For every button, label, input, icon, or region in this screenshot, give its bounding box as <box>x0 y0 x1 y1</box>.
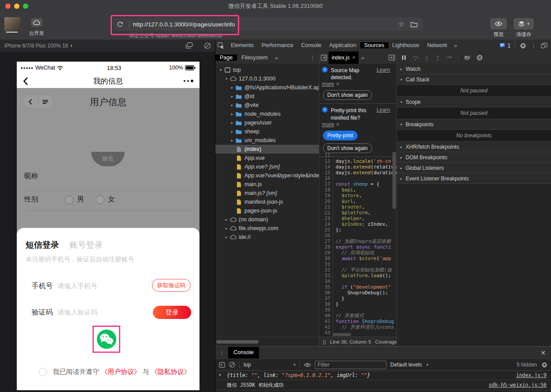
maximize-window-button[interactable] <box>23 4 28 9</box>
close-tab-icon[interactable]: × <box>352 51 355 64</box>
tree-item[interactable]: App.vue? [sm] <box>215 162 319 171</box>
console-row[interactable]: ▶{title: "", link: "?spm=0.1.0.2.1", img… <box>215 370 551 380</box>
code-line[interactable]: 19 $store, <box>319 193 396 198</box>
tree-item[interactable]: ▸node_modules <box>215 110 319 118</box>
code-line[interactable]: 43 <box>319 330 396 336</box>
tree-horizontal-scrollbar[interactable] <box>215 337 319 347</box>
refresh-icon[interactable] <box>117 21 123 28</box>
tree-item[interactable]: App.vue <box>215 154 319 162</box>
hide-navigator-icon[interactable] <box>321 55 327 61</box>
line-number[interactable]: 37 <box>319 296 333 301</box>
tree-chevron-icon[interactable]: ▸ <box>224 217 229 222</box>
editor-vertical-scrollbar[interactable] <box>392 152 396 209</box>
line-number[interactable]: 26 <box>319 233 333 238</box>
sidebar-section-watch[interactable]: ▸Watch <box>397 64 551 74</box>
cloud-dev-button[interactable] <box>31 18 42 27</box>
log-levels-dropdown[interactable]: Default levels▾ <box>390 362 429 368</box>
clear-console-icon[interactable] <box>229 362 235 368</box>
line-number[interactable]: 24 <box>319 221 333 227</box>
code-line[interactable]: 35 if ("development" <box>319 284 396 290</box>
line-number[interactable]: 20 <box>319 198 333 204</box>
phone-input[interactable]: 请输入手机号 <box>58 282 97 290</box>
line-number[interactable]: 17 <box>319 181 333 187</box>
tree-item[interactable]: main.js? [sm] <box>215 189 319 198</box>
devtools-menu-icon[interactable]: ⋮ <box>531 42 536 49</box>
code-line[interactable]: 22 $platform, <box>319 210 396 216</box>
tab-sms-login[interactable]: 短信登录 <box>26 240 59 249</box>
pretty-print-button[interactable]: Pretty-print <box>323 131 358 140</box>
tree-item[interactable]: ▾top <box>215 66 319 74</box>
agreement-checkbox[interactable] <box>39 368 47 376</box>
editor-horizontal-scrollbar[interactable] <box>333 333 351 336</box>
minimize-window-button[interactable] <box>14 4 19 9</box>
address-bar[interactable]: http://127.0.0.1:3000/#/pages/user/info … <box>114 18 423 31</box>
code-line[interactable]: 36 ShoproDebug(); <box>319 290 396 296</box>
console-sidebar-icon[interactable] <box>219 362 225 368</box>
tree-item[interactable]: (index) <box>215 145 319 154</box>
tree-item[interactable]: ▸file.sheepjs.com <box>215 224 319 233</box>
code-line[interactable]: 32 // 平台初始化加载(自 <box>319 267 396 273</box>
code-line[interactable]: 26 <box>319 233 396 238</box>
settings-gear-icon[interactable] <box>520 42 526 49</box>
tree-item[interactable]: ▸(no domain) <box>215 215 319 224</box>
code-line[interactable]: 21 $router, <box>319 204 396 210</box>
tab-account-login[interactable]: 账号登录 <box>69 240 103 249</box>
pane-tab-filesystem[interactable]: Filesystem <box>237 55 272 61</box>
pane-tab-page[interactable]: Page <box>215 55 237 61</box>
code-line[interactable]: 18 $api, <box>319 187 396 193</box>
sidebar-section-xhr-fetch-breakpoints[interactable]: ▸XHR/fetch Breakpoints <box>397 142 551 152</box>
tree-item[interactable]: App.vue?vue&type=style&inde <box>215 171 319 180</box>
devtools-tab-performance[interactable]: Performance <box>258 42 297 48</box>
tree-item[interactable]: ▸sheep <box>215 127 319 136</box>
code-listing[interactable]: 1213dayjs.locale('zh-cn')14dayjs.extend(… <box>319 153 396 341</box>
code-line[interactable]: 29 // 应用初始化 <box>319 250 396 256</box>
code-line[interactable]: 33 $platform.load(); <box>319 273 396 278</box>
code-line[interactable]: 31 <box>319 261 396 267</box>
tree-item[interactable]: ▸ide:// <box>215 233 319 242</box>
line-number[interactable]: 21 <box>319 204 333 210</box>
close-window-button[interactable] <box>5 4 11 9</box>
console-drawer-tab[interactable]: Console <box>228 347 259 359</box>
devtools-tab-sources[interactable]: Sources <box>360 42 388 48</box>
more-editor-tabs-icon[interactable]: » <box>359 55 367 61</box>
section-chevron-icon[interactable]: ▾ <box>397 122 406 127</box>
console-settings-icon[interactable] <box>541 362 547 368</box>
section-chevron-icon[interactable]: ▸ <box>397 176 406 181</box>
editor-tab-indexjs[interactable]: index.js × <box>329 51 359 64</box>
sidebar-section-global-listeners[interactable]: ▸Global Listeners <box>397 163 551 173</box>
code-line[interactable]: 37 } <box>319 296 396 301</box>
section-chevron-icon[interactable]: ▾ <box>397 100 406 104</box>
pause-script-icon[interactable] <box>401 55 407 60</box>
step-over-icon[interactable] <box>412 55 418 61</box>
tree-chevron-icon[interactable]: ▸ <box>229 94 235 99</box>
tree-chevron-icon[interactable]: ▸ <box>229 112 235 116</box>
tree-item[interactable]: ▸@fs/Applications/HBuilderX.ap <box>215 83 319 92</box>
code-input[interactable]: 请输入验证码 <box>58 308 97 317</box>
more-menu-icon[interactable] <box>184 80 193 82</box>
line-number[interactable]: 33 <box>319 273 333 278</box>
close-icon[interactable]: × <box>336 121 339 128</box>
line-number[interactable]: 41 <box>319 319 333 324</box>
tree-chevron-icon[interactable]: ▸ <box>229 85 235 90</box>
code-line[interactable]: 16 <box>319 176 396 181</box>
line-number[interactable]: 43 <box>319 330 333 336</box>
sidebar-section-event-listener-breakpoints[interactable]: ▸Event Listener Breakpoints <box>397 173 551 184</box>
code-line[interactable]: 15dayjs.extend(duration <box>319 170 396 176</box>
dont-show-again-button[interactable]: Don't show again <box>323 143 372 153</box>
pane-menu-icon[interactable]: ⋮ <box>310 55 319 61</box>
line-number[interactable]: 36 <box>319 290 333 296</box>
deactivate-breakpoints-icon[interactable] <box>464 55 471 60</box>
code-line[interactable]: 27// 加载Shopro底层依赖 <box>319 238 396 244</box>
line-number[interactable]: 23 <box>319 216 333 221</box>
wechat-login-button[interactable] <box>96 329 117 349</box>
tree-chevron-icon[interactable]: ▸ <box>224 226 229 231</box>
line-number[interactable]: 38 <box>319 301 333 307</box>
more-panes-icon[interactable]: » <box>272 55 281 61</box>
user-agreement-link[interactable]: 《用户协议》 <box>101 368 141 375</box>
line-number[interactable]: 28 <box>319 244 333 250</box>
more-tabs-icon[interactable]: » <box>451 42 460 49</box>
section-chevron-icon[interactable]: ▸ <box>397 67 406 71</box>
format-braces-icon[interactable]: {} <box>323 339 326 344</box>
code-line[interactable]: 13dayjs.locale('zh-cn') <box>319 158 396 164</box>
tree-item[interactable]: ▸@id <box>215 92 319 101</box>
